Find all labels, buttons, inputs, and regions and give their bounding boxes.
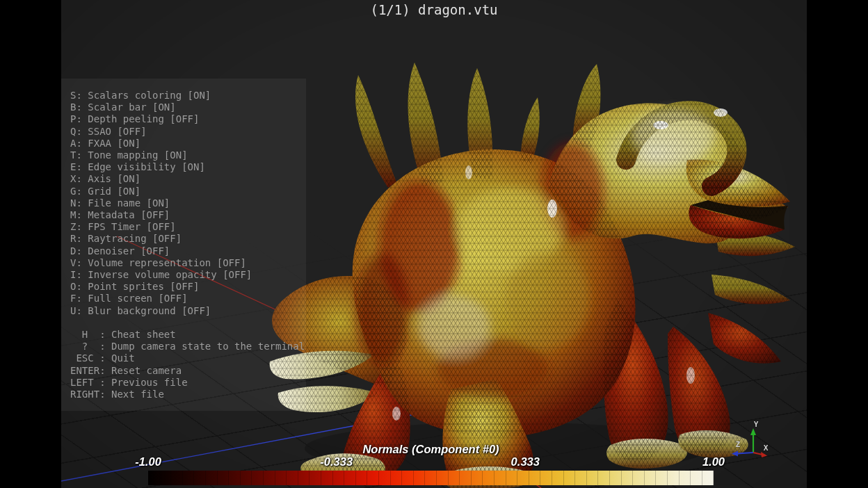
render-viewport[interactable]: Y X Z (1/1) dragon.vtu S: Scalars colori…	[61, 0, 807, 488]
scalar-bar-tick--0.333: -0.333	[320, 455, 353, 469]
cheat-sheet-toggle-g: G: Grid [ON]	[70, 186, 306, 197]
cheat-sheet-action-esc: ESC : Quit	[70, 352, 306, 364]
cheat-sheet-gap	[70, 317, 306, 329]
scalar-bar-gradient	[148, 471, 714, 485]
cheat-sheet-toggle-s: S: Scalars coloring [ON]	[70, 90, 306, 101]
cheat-sheet-toggle-e: E: Edge visibility [ON]	[70, 161, 306, 173]
cheat-sheet-toggle-r: R: Raytracing [OFF]	[70, 233, 306, 245]
file-name-title: (1/1) dragon.vtu	[61, 2, 807, 17]
gizmo-x-axis	[753, 453, 762, 455]
cheat-sheet-toggle-x: X: Axis [ON]	[70, 173, 306, 185]
letterbox-left	[0, 0, 61, 488]
gizmo-x-arrowhead	[761, 452, 767, 457]
cheat-sheet-toggle-f: F: Full screen [OFF]	[70, 293, 306, 304]
cheat-sheet-action-enter: ENTER: Reset camera	[70, 365, 306, 377]
cheat-sheet-toggle-p: P: Depth peeling [OFF]	[70, 113, 306, 125]
scalar-bar-tick-labels: -1.00-0.3330.3331.00	[148, 455, 714, 469]
cheat-sheet-toggle-v: V: Volume representation [OFF]	[70, 257, 306, 269]
scalar-bar-tick-1.00: 1.00	[702, 455, 725, 469]
cheat-sheet-toggle-n: N: File name [ON]	[70, 197, 306, 209]
cheat-sheet-toggle-b: B: Scalar bar [ON]	[70, 101, 306, 113]
gizmo-y-label: Y	[754, 421, 759, 428]
cheat-sheet-toggle-o: O: Point sprites [OFF]	[70, 281, 306, 293]
scalar-bar-widget: Normals (Component #0) -1.00-0.3330.3331…	[148, 443, 714, 487]
gizmo-z-label: Z	[736, 441, 740, 448]
cheat-sheet-toggle-t: T: Tone mapping [ON]	[70, 149, 306, 161]
wireframe-mesh-overlay	[270, 63, 795, 488]
cheat-sheet-action-left: LEFT : Previous file	[70, 377, 306, 389]
cheat-sheet-toggle-u: U: Blur background [OFF]	[70, 305, 306, 317]
cheat-sheet-action-h: H : Cheat sheet	[70, 329, 306, 341]
cheat-sheet-toggle-a: A: FXAA [ON]	[70, 138, 306, 149]
gizmo-y-arrowhead	[750, 428, 756, 435]
cheat-sheet-overlay: S: Scalars coloring [ON]B: Scalar bar [O…	[61, 79, 306, 411]
cheat-sheet-toggle-d: D: Denoiser [OFF]	[70, 245, 306, 257]
scalar-bar-tick-0.333: 0.333	[511, 455, 540, 469]
cheat-sheet-action-right: RIGHT: Next file	[70, 389, 306, 400]
cheat-sheet-toggle-q: Q: SSAO [OFF]	[70, 126, 306, 138]
cheat-sheet-toggle-list: S: Scalars coloring [ON]B: Scalar bar [O…	[70, 90, 306, 317]
cheat-sheet-action-?: ? : Dump camera state to the terminal	[70, 341, 306, 352]
scalar-bar-tick--1.00: -1.00	[135, 455, 161, 469]
dragon-model[interactable]	[270, 63, 795, 488]
application-window: Y X Z (1/1) dragon.vtu S: Scalars colori…	[0, 0, 868, 488]
gizmo-z-axis	[737, 453, 753, 454]
cheat-sheet-action-list: H : Cheat sheet ? : Dump camera state to…	[70, 329, 306, 400]
letterbox-right	[807, 0, 868, 488]
gizmo-x-label: X	[764, 444, 769, 452]
cheat-sheet-toggle-z: Z: FPS Timer [OFF]	[70, 221, 306, 233]
cheat-sheet-toggle-i: I: Inverse volume opacity [OFF]	[70, 269, 306, 281]
scalar-bar-title: Normals (Component #0)	[148, 443, 714, 456]
cheat-sheet-toggle-m: M: Metadata [OFF]	[70, 209, 306, 221]
